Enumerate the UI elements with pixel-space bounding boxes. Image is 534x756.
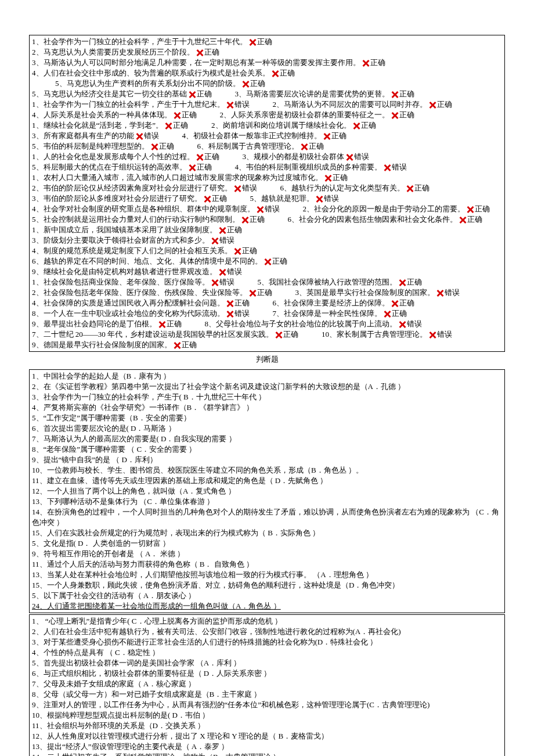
tf-row: 4、人们在社会交往中形成的、较为普遍的联系或行为模式是社会关系。正确5、马克思认… [32,68,502,89]
tf-row: 6、越轨的界定在不同的时间、地点、文化、具体的情境中是不同的。正确 [32,256,502,267]
tf-row: 1、社会学作为一门独立的社会科学，产生于十九世纪三十年代。正确 [32,37,502,47]
cross-mark-icon [196,153,203,161]
cross-mark-icon [264,258,271,265]
cross-mark-icon [256,206,264,213]
tf-item: 2、人际关系亲密是初级社会群体的重要特征之一。正确 [220,110,415,120]
tf-answer: 正确 [197,89,212,99]
tf-answer: 正确 [234,298,250,308]
tf-answer: 正确 [280,68,295,78]
tf-item: 8、父母社会地位与子女的社会地位的比较属于向上流动。错误 [205,319,423,329]
tf-item: 6、社会分化的因素包括生物因素和社会文化条件。正确 [288,214,483,225]
tf-answer: 错误 [227,267,242,277]
tf-item: 2、岗前培训和岗位培训属于继续社会化。正确 [211,120,376,131]
tf-question: 6、越轨的界定在不同的时间、地点、文化、具体的情境中是不同的。 [32,256,262,267]
tf-answer: 正确 [227,225,242,235]
tf-item: 4、社会保障的实质是通过国民收入再分配缓解社会问题。正确 [32,298,250,308]
tf-question: 1、新中国成立后，我国城镇基本采用了就业保障制度。 [32,225,217,235]
tf-question: 9、继续社会化是由特定机构对越轨者进行世界观改造。 [32,267,217,277]
tf-answer: 正确 [437,99,452,110]
tf-item: 10、家长制属于古典管理理论。错误 [322,329,452,340]
tf-question: 6、社会分化的因素包括生物因素和社会文化条件。 [288,214,458,225]
cross-mark-icon [398,321,406,328]
tf-answer: 正确 [182,110,197,120]
tf-question: 5、马克思认为生产资料的所有关系划分出不同的阶级。 [55,78,240,89]
tf-answer: 正确 [250,214,265,225]
tf-question: 3、所有家庭都具有生产的功能 [32,131,134,141]
tf-question: 3、韦伯的阶层论从多维度对社会分层进行了研究。 [32,193,202,204]
tf-row: 1、继续社会化就是“活到老，学到老”。正确2、岗前培训和岗位培训属于继续社会化。… [32,120,502,131]
cross-mark-icon [150,143,158,150]
cross-mark-icon [352,122,360,129]
tf-item: 5、我国社会保障被纳入行政管理的范围。正确 [258,277,423,287]
tf-question: 1、人的社会化也是发展形成每个人个性的过程。 [32,152,194,162]
cross-mark-icon [218,226,226,234]
tf-row: 7、二十世纪 20——30 年代，乡村建设运动是我国较早的社区发展实践。正确10… [32,329,502,340]
mc-item: 4、严复将斯宾塞的《社会学研究》一书译作（B．《群学肄言》 ） [32,402,502,413]
mc-item: 8、父母（或父母一方）和一对已婚子女组成家庭是（B．主干家庭 ） [32,689,502,700]
mc-item: 3、对于某些遭受身心损伤不能进行正常社会生活的人们进行的特殊措施的社会化称为(D… [32,637,502,647]
tf-row: 3、所有家庭都具有生产的功能错误4、初级社会群体一般靠非正式控制维持。正确 [32,131,502,141]
mc-item: 9、提出“镜中自我”的是 （ D．库利） [32,455,502,465]
tf-question: 4、社会保障的实质是通过国民收入再分配缓解社会问题。 [32,298,225,308]
tf-question: 5、马克思认为经济交往是其它一切交往的基础 [32,89,187,99]
cross-mark-icon [188,164,196,171]
mc-item: 11、建立在血缘、遗传等先天或生理因素的基础上形成和规定的角色是（ D．先赋角色… [32,476,502,486]
mc-item: 2、人们在社会生活中犯有越轨行为，被有关司法、公安部门收容，强制性地进行教化的过… [32,627,502,637]
cross-mark-icon [173,341,181,349]
tf-question: 5、科层制最大的优点在于组织运转的高效率。 [32,162,187,172]
tf-question: 3、马斯洛需要层次论讲的是需要优势的更替。 [235,89,390,99]
tf-question: 3、英国是最早实行社会保险制度的国家。 [295,287,435,298]
tf-row: 5、科层制最大的优点在于组织运转的高效率。正确4、韦伯的科层制重视组织成员的多种… [32,162,502,172]
cross-mark-icon [248,289,256,297]
tf-item: 6、越轨行为的认定与文化类型有关。正确 [280,183,430,193]
cross-mark-icon [324,174,331,182]
cross-mark-icon [436,289,443,297]
tf-question: 6、科层制属于古典管理理论。 [197,141,300,152]
mc-item: 5、“工作安定”属于哪种需要（B．安全的需要） [32,413,502,423]
tf-question: 1、农村人口大量涌入城市，流入城市的人口超过城市发展需求的现象称为过度城市化。 [32,172,323,183]
cross-mark-icon [391,91,398,98]
cross-mark-icon [362,59,369,67]
tf-question: 3、规模小的都是初级社会群体 [243,152,345,162]
mc-item: 10、一位教师与校长、学生、图书馆员、校医院医生等建立不同的角色关系，形成（B．… [32,465,502,476]
tf-question: 2、岗前培训和岗位培训属于继续社会化。 [211,120,351,131]
cross-mark-icon [300,143,308,150]
cross-mark-icon [391,111,398,119]
tf-question: 1、社会学作为一门独立的社会科学，产生于十九世纪三十年代。 [32,37,247,47]
tf-answer: 正确 [309,141,324,152]
mc-item: 11、通过个人后天的活动与努力而获得的角色称（ B． 自致角色 ） [32,559,502,570]
tf-item: 6、科层制属于古典管理理论。正确 [197,141,324,152]
cross-mark-icon [226,101,233,109]
cross-mark-icon [226,310,233,318]
tf-row: 1、人的社会化也是发展形成每个人个性的过程。正确3、规模小的都是初级社会群体错误 [32,152,502,162]
tf-row: 1、社会学作为一门独立的社会科学，产生于十九世纪末。错误2、马斯洛认为不同层次的… [32,99,502,110]
cross-mark-icon [211,279,218,286]
true-false-table: 1、社会学作为一门独立的社会科学，产生于十九世纪三十年代。正确2、马克思认为人类… [29,35,505,352]
tf-item: 3、英国是最早实行社会保险制度的国家。错误 [295,287,460,298]
tf-answer: 正确 [399,89,414,99]
tf-row: 9、德国是最早实行社会保险制度的国家。正确 [32,340,502,350]
tf-question: 3、阶级划分主要取决于领得社会财富的方式和多少。 [32,235,210,246]
multiple-choice-section-2: 1、 “心理上断乳”是指青少年( C．心理上脱离各方面的监护而形成的危机 ）2、… [29,614,505,756]
mc-item: 2、在《实证哲学教程》第四卷中第一次提出了社会学这个新名词及建设这门新学科的大致… [32,381,502,392]
tf-answer: 正确 [212,193,227,204]
tf-item: 4、初级社会群体一般靠非正式控制维持。正确 [182,131,347,141]
tf-item: 1、社会保险包括商业保险、老年保险、医疗保险等。错误 [32,277,234,287]
tf-item: 2、社会保险包括老年保险、医疗保险、伤残保险、失业保险等。正确 [32,287,272,298]
cross-mark-icon [248,38,256,46]
cross-mark-icon [406,185,413,192]
tf-question: 2、社会分化的原因一般是由于劳动分工的需要。 [303,204,466,214]
mc-item: 1、 “心理上断乳”是指青少年( C．心理上脱离各方面的监护而形成的危机 ） [32,616,502,627]
tf-answer: 正确 [475,204,490,214]
mc-item: 11、社会组织与外部环境的关系是（D．交换关系 ） [32,721,502,731]
mc-item: 14、在扮演角色的过程中，一个人同时担当的几种角色对个人的期待发生了矛盾，难以协… [32,507,502,528]
cross-mark-icon [391,300,398,307]
mc-item: 7、马斯洛认为人的最高层次的需要是( D．自我实现的需要 ） [32,434,502,444]
cross-mark-icon [173,111,181,119]
tf-question: 5、我国社会保障被纳入行政管理的范围。 [258,277,398,287]
tf-answer: 正确 [407,277,422,287]
tf-row: 4、社会保障的实质是通过国民收入再分配缓解社会问题。正确6、社会保障主要是经济上… [32,298,502,308]
tf-answer: 错误 [234,99,250,110]
mc-item: 12、一个人担当了两个以上的角色，就叫做（A．复式角色 ） [32,486,502,496]
tf-question: 7、二十世纪 20——30 年代，乡村建设运动是我国较早的社区发展实践。 [32,329,273,340]
